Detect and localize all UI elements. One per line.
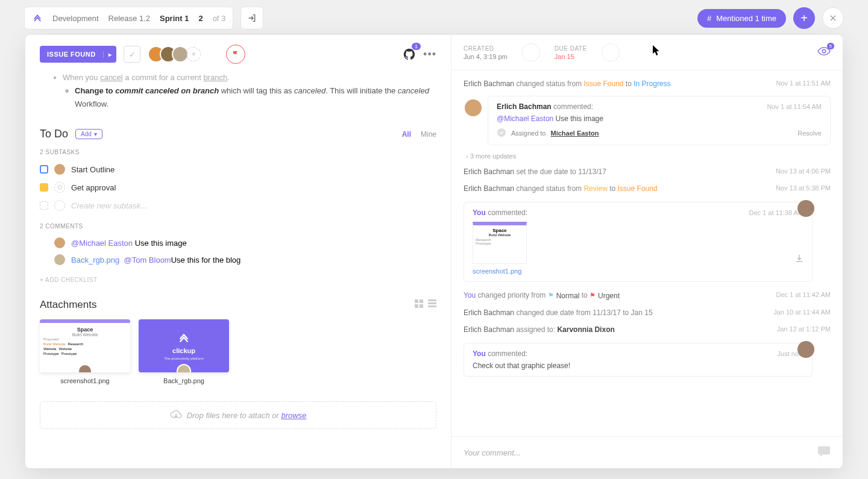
exit-task-button[interactable] <box>241 7 263 30</box>
activity-row: Erlich Bachman assigned to: Karvonnia Di… <box>464 321 831 338</box>
add-button[interactable]: + <box>793 7 815 29</box>
svg-point-8 <box>822 49 826 53</box>
attachment-name: Back_rgb.png <box>139 377 229 384</box>
subtask-assignee-empty-icon[interactable] <box>54 182 65 193</box>
add-checklist-button[interactable]: + ADD CHECKLIST <box>40 277 436 283</box>
breadcrumb-index: 2 <box>198 14 203 23</box>
attachment-card[interactable]: clickup The productivity platform Back_r… <box>139 319 229 384</box>
assigned-user-link[interactable]: Michael Easton <box>550 130 599 137</box>
svg-rect-2 <box>420 299 423 303</box>
mentioned-pill[interactable]: # Mentioned 1 time <box>697 9 786 28</box>
due-date-meta[interactable]: DUE DATE Jan 15 <box>555 45 587 60</box>
subtask-status-icon[interactable] <box>40 183 48 192</box>
breadcrumb-release[interactable]: Release 1.2 <box>108 14 150 23</box>
activity-feed[interactable]: Erlich Bachman changed status from Issue… <box>451 70 843 436</box>
resolve-button[interactable]: Resolve <box>797 130 822 137</box>
new-subtask-input[interactable]: Create new subtask... <box>40 196 436 214</box>
status-button[interactable]: ISSUE FOUND ▸ <box>40 46 116 63</box>
activity-row: Erlich Bachman changed status from Revie… <box>464 180 831 197</box>
attachment-thumbnail[interactable]: Space Build Website Research Prototype <box>473 222 527 264</box>
filter-all-tab[interactable]: All <box>402 130 411 139</box>
comment-input-row[interactable]: Your comment... <box>451 436 843 468</box>
list-view-icon[interactable] <box>428 299 436 310</box>
mention-link[interactable]: @Michael Easton <box>71 239 133 248</box>
task-modal: ISSUE FOUND ▸ ✓ + 1 ••• <box>25 35 843 468</box>
comment-avatar <box>797 200 814 217</box>
mentioned-label: Mentioned 1 time <box>716 14 776 23</box>
svg-rect-5 <box>428 299 436 301</box>
subtask-assignee-avatar[interactable] <box>54 164 65 175</box>
file-link[interactable]: Back_rgb.png <box>71 255 119 265</box>
flag-icon: ⚑ <box>590 292 596 299</box>
status-label: ISSUE FOUND <box>40 51 103 58</box>
close-button[interactable] <box>822 7 844 29</box>
download-icon[interactable] <box>795 254 804 265</box>
breadcrumb-space[interactable]: Development <box>52 14 99 23</box>
filter-mine-tab[interactable]: Mine <box>421 130 436 139</box>
activity-comment[interactable]: Erlich Bachman commented: Nov 1 at 11:54… <box>488 96 831 145</box>
task-left-panel: ISSUE FOUND ▸ ✓ + 1 ••• <box>25 35 451 468</box>
comment-avatar <box>465 99 482 116</box>
priority-flag-button[interactable] <box>226 45 245 64</box>
cursor-icon <box>653 45 661 58</box>
chevron-down-icon: ▾ <box>94 131 97 137</box>
attachment-dropzone[interactable]: Drop files here to attach or browse <box>40 401 436 429</box>
new-subtask-assignee-icon <box>54 200 65 211</box>
watchers-badge: 5 <box>827 43 834 49</box>
breadcrumb[interactable]: Development Release 1.2 Sprint 1 2 of 3 <box>24 7 233 30</box>
github-icon[interactable]: 1 <box>403 48 416 61</box>
attachment-card[interactable]: Space Build Website Proposed Build Websi… <box>40 319 130 384</box>
hash-icon: # <box>707 14 711 23</box>
mention-link[interactable]: @Tom Bloom <box>124 255 171 265</box>
assignee-avatars[interactable]: + <box>153 46 201 63</box>
subtask-row[interactable]: Get approval <box>40 178 436 196</box>
send-comment-icon[interactable] <box>817 445 831 460</box>
browse-link[interactable]: browse <box>281 411 306 420</box>
watchers-button[interactable]: 5 <box>817 46 831 58</box>
clickup-logo-icon <box>32 13 43 23</box>
subtask-label: Get approval <box>71 183 116 192</box>
mention-link[interactable]: @Michael Easton <box>497 114 553 123</box>
breadcrumb-total: of 3 <box>213 14 226 23</box>
subtasks-heading: 2 SUBTASKS <box>40 149 436 155</box>
flag-icon: ⚑ <box>548 292 554 299</box>
grid-view-icon[interactable] <box>415 299 423 310</box>
attachments-title: Attachments <box>40 299 97 311</box>
svg-rect-1 <box>415 299 418 303</box>
svg-rect-7 <box>428 305 436 307</box>
activity-comment[interactable]: You commented: Dec 1 at 11:38 AM Space B… <box>464 202 813 282</box>
svg-point-0 <box>58 186 61 189</box>
comment-avatar <box>797 341 814 358</box>
assigned-icon <box>497 128 506 139</box>
comment-avatar <box>54 237 65 248</box>
comment-input[interactable]: Your comment... <box>464 448 817 457</box>
time-tracked-placeholder-icon[interactable] <box>522 43 540 61</box>
file-link[interactable]: screenshot1.png <box>473 268 521 275</box>
more-updates-toggle[interactable]: › 3 more updates <box>464 149 831 163</box>
comments-heading: 2 COMMENTS <box>40 223 436 230</box>
comment-avatar <box>54 254 65 265</box>
new-subtask-status-icon <box>40 201 48 210</box>
activity-row: Erlich Bachman changed due date from 11/… <box>464 304 831 321</box>
svg-rect-6 <box>428 302 436 304</box>
meta-placeholder-icon[interactable] <box>602 43 620 61</box>
activity-row: Erlich Bachman set the due date to 11/13… <box>464 163 831 180</box>
status-caret-icon[interactable]: ▸ <box>103 51 117 58</box>
task-activity-panel: CREATED Jun 4, 3:19 pm DUE DATE Jan 15 5… <box>451 35 843 468</box>
add-todo-button[interactable]: Add ▾ <box>75 129 102 139</box>
attachment-uploader-avatar <box>78 364 92 372</box>
complete-checkbox[interactable]: ✓ <box>124 46 140 63</box>
subtask-row[interactable]: Start Outline <box>40 160 436 178</box>
comment-row[interactable]: @Michael Easton Use this image <box>40 234 436 251</box>
subtask-status-icon[interactable] <box>40 165 48 174</box>
subtask-label: Start Outline <box>71 165 115 174</box>
svg-rect-4 <box>420 304 423 308</box>
more-menu-icon[interactable]: ••• <box>423 48 436 61</box>
breadcrumb-sprint[interactable]: Sprint 1 <box>160 14 189 23</box>
github-badge: 1 <box>412 43 421 50</box>
activity-row: You changed priority from ⚑ Normal to ⚑ … <box>464 287 831 304</box>
add-assignee-button[interactable]: + <box>186 47 201 61</box>
activity-comment[interactable]: You commented: Just now Check out that g… <box>464 343 813 377</box>
comment-row[interactable]: Back_rgb.png @Tom BloomUse this for the … <box>40 251 436 268</box>
task-description[interactable]: When you cancel a commit for a current b… <box>49 75 436 111</box>
